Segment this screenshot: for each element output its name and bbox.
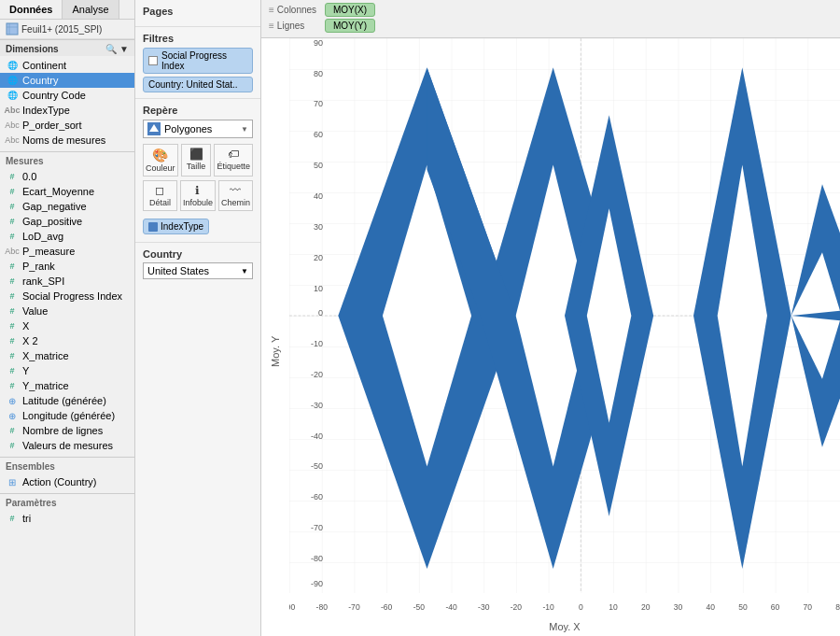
hash-icon: #: [6, 379, 19, 392]
repere-dropdown-arrow-icon: ▼: [241, 125, 248, 134]
mes-pmeasure[interactable]: Abc P_measure: [0, 244, 134, 259]
dim-p-order-label: P_order_sort: [22, 120, 82, 131]
mes-gap-pos-label: Gap_positive: [22, 216, 82, 227]
dim-noms-label: Noms de mesures: [22, 134, 105, 146]
mes-x[interactable]: # X: [0, 318, 134, 333]
country-section: Country United States ▼: [135, 243, 260, 285]
hash-icon: #: [6, 364, 19, 377]
svg-marker-3: [149, 124, 159, 132]
mes-xmatrice-label: X_matrice: [22, 350, 69, 361]
svg-text:30: 30: [674, 602, 683, 612]
country-value: United States: [147, 265, 209, 276]
mes-0[interactable]: # 0.0: [0, 169, 134, 184]
svg-text:-90: -90: [289, 602, 295, 612]
mark-detail[interactable]: ◻ Détail: [143, 180, 177, 211]
dim-country[interactable]: 🌐 Country: [0, 73, 134, 88]
mes-value[interactable]: # Value: [0, 304, 134, 318]
filters-title: Filtres: [143, 33, 253, 44]
mes-lod[interactable]: # LoD_avg: [0, 229, 134, 244]
mes-prank[interactable]: # P_rank: [0, 259, 134, 274]
country-select[interactable]: United States ▼: [143, 262, 253, 279]
mes-ecart[interactable]: # Ecart_Moyenne: [0, 184, 134, 199]
dim-country-code[interactable]: 🌐 Country Code: [0, 88, 134, 103]
lignes-shelf: ≡ Lignes MOY(Y): [269, 19, 833, 33]
mes-x-label: X: [22, 320, 29, 332]
repere-type-select[interactable]: Polygones ▼: [143, 120, 253, 138]
svg-text:0: 0: [579, 602, 583, 612]
dim-continent-label: Continent: [22, 60, 66, 71]
mes-spi[interactable]: # Social Progress Index: [0, 289, 134, 304]
dim-noms-mesures[interactable]: Abc Noms de mesures: [0, 133, 134, 148]
tab-donnees[interactable]: Données: [0, 0, 63, 19]
couleur-icon: 🎨: [152, 148, 168, 163]
lignes-pill[interactable]: MOY(Y): [325, 19, 375, 33]
mes-ymatrice[interactable]: # Y_matrice: [0, 378, 134, 393]
mes-longitude[interactable]: ⊕ Longitude (générée): [0, 408, 134, 423]
mes-prank-label: P_rank: [22, 261, 55, 272]
colonnes-icon: ≡: [269, 5, 274, 15]
globe-icon: 🌐: [6, 89, 19, 102]
lon-icon: ⊕: [6, 409, 19, 422]
mes-gap-pos[interactable]: # Gap_positive: [0, 214, 134, 229]
mes-lod-label: LoD_avg: [22, 231, 63, 242]
globe-icon: 🌐: [6, 74, 19, 87]
hash-icon: #: [6, 319, 19, 332]
dim-continent[interactable]: 🌐 Continent: [0, 58, 134, 73]
svg-text:50: 50: [738, 602, 748, 612]
mesures-label: Mesures: [0, 151, 134, 167]
svg-text:-30: -30: [478, 602, 489, 612]
tab-analyse[interactable]: Analyse: [63, 0, 119, 19]
mark-taille[interactable]: ⬛ Taille: [181, 144, 212, 177]
mark-infobule-label: Infobule: [183, 198, 213, 207]
menu-icon[interactable]: ▼: [119, 44, 129, 54]
mes-ymatrice-label: Y_matrice: [22, 380, 69, 391]
dimensions-header: Dimensions 🔍 ▼: [0, 39, 134, 56]
dim-indextype[interactable]: Abc IndexType: [0, 103, 134, 118]
lignes-label: ≡ Lignes: [269, 21, 325, 31]
filter-checkbox[interactable]: [148, 56, 158, 65]
repere-section: Repère Polygones ▼ 🎨 Couleur ⬛ Taille 🏷 …: [135, 99, 260, 243]
mes-y[interactable]: # Y: [0, 363, 134, 378]
svg-text:20: 20: [641, 602, 651, 612]
dim-indextype-label: IndexType: [22, 105, 70, 116]
dim-p-order-sort[interactable]: Abc P_order_sort: [0, 118, 134, 133]
filter-spi[interactable]: Social Progress Index: [143, 48, 253, 74]
parametres-list: # tri: [0, 509, 134, 528]
svg-text:-50: -50: [413, 602, 425, 612]
svg-rect-0: [7, 23, 18, 35]
colonnes-label: ≡ Colonnes: [269, 5, 325, 15]
param-tri[interactable]: # tri: [0, 511, 134, 526]
mark-couleur[interactable]: 🎨 Couleur: [143, 144, 178, 177]
filter-country[interactable]: Country: United Stat..: [143, 77, 253, 92]
mark-infobule[interactable]: ℹ Infobule: [180, 180, 216, 211]
mes-x2[interactable]: # X 2: [0, 333, 134, 348]
mark-etiquette[interactable]: 🏷 Étiquette: [214, 144, 253, 177]
dim-country-label: Country: [22, 75, 59, 86]
hash-icon: #: [6, 170, 19, 183]
x-axis: -90 -80 -70 -60 -50 -40 -30 -20 -10 0 10…: [289, 593, 840, 621]
mes-gap-neg-label: Gap_negative: [22, 201, 87, 212]
mes-rank-spi-label: rank_SPI: [22, 276, 64, 287]
mes-ecart-label: Ecart_Moyenne: [22, 186, 94, 197]
mes-xmatrice[interactable]: # X_matrice: [0, 348, 134, 363]
infobule-icon: ℹ: [195, 184, 200, 197]
mes-latitude[interactable]: ⊕ Latitude (générée): [0, 393, 134, 408]
colonnes-pill[interactable]: MOY(X): [325, 3, 375, 17]
marks-grid2: ◻ Détail ℹ Infobule 〰 Chemin: [143, 180, 253, 211]
y-axis-label: Moy. Y: [261, 38, 289, 636]
svg-text:-40: -40: [445, 602, 456, 612]
left-panel: Données Analyse Feuil1+ (2015_SPI) Dimen…: [0, 0, 135, 636]
abc-nom-icon: Abc: [6, 134, 19, 147]
mes-nb-lignes[interactable]: # Nombre de lignes: [0, 423, 134, 438]
indextype-shelf-pill[interactable]: IndexType: [143, 219, 209, 234]
mark-chemin[interactable]: 〰 Chemin: [218, 180, 253, 211]
pages-title: Pages: [143, 6, 253, 17]
abc-p-icon: Abc: [6, 119, 19, 132]
search-icon[interactable]: 🔍: [105, 44, 117, 54]
mes-gap-neg[interactable]: # Gap_negative: [0, 199, 134, 214]
svg-text:-20: -20: [511, 602, 522, 612]
mes-val-mesures[interactable]: # Valeurs de mesures: [0, 438, 134, 453]
mes-rank-spi[interactable]: # rank_SPI: [0, 274, 134, 289]
ens-action[interactable]: ⊞ Action (Country): [0, 474, 134, 489]
colonnes-text: Colonnes: [277, 5, 316, 15]
